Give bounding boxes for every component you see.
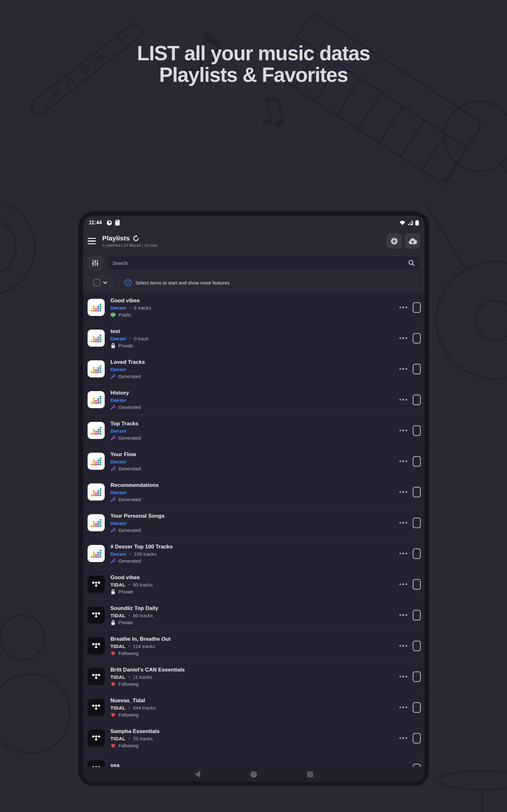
more-options-button[interactable] xyxy=(399,704,408,711)
search-input[interactable] xyxy=(113,260,408,266)
row-checkbox[interactable] xyxy=(413,456,421,466)
row-checkbox[interactable] xyxy=(413,518,421,528)
playlist-row[interactable]: Britt Daniel's CAN Essentials TIDAL 11 t… xyxy=(83,661,425,692)
more-options-button[interactable] xyxy=(399,489,408,495)
playlist-meta: Deezer xyxy=(110,428,396,434)
more-options-button[interactable] xyxy=(399,304,408,311)
add-icon xyxy=(390,237,398,245)
more-options-button[interactable] xyxy=(399,335,408,341)
playlist-row[interactable]: Good vibes Deezer 6 tracks xyxy=(83,292,425,323)
playlist-status: Generated xyxy=(110,497,396,502)
playlist-name: Nuevas_Tidal xyxy=(110,697,396,704)
provider-name-link[interactable]: Deezer xyxy=(110,551,127,557)
row-checkbox[interactable] xyxy=(413,394,421,405)
playlist-row[interactable]: sea TIDAL 26 tracks xyxy=(83,754,425,767)
playlist-info: Recommendations Deezer xyxy=(110,482,396,502)
playlist-row[interactable]: History Deezer xyxy=(83,384,425,415)
playlist-meta: TIDAL 25 tracks xyxy=(110,736,396,742)
playlist-row[interactable]: Recommendations Deezer xyxy=(83,477,425,507)
playlist-row[interactable]: Sampha Essentials TIDAL 25 tracks xyxy=(83,723,425,754)
search-icon[interactable] xyxy=(408,260,415,266)
playlist-row[interactable]: Soundiiz Top Daily TIDAL 50 tracks xyxy=(83,600,425,631)
playlist-meta: TIDAL 544 tracks xyxy=(110,705,396,711)
provider-name-link[interactable]: TIDAL xyxy=(110,643,126,649)
more-options-button[interactable] xyxy=(399,365,408,372)
more-options-button[interactable] xyxy=(399,673,408,680)
select-all-dropdown[interactable] xyxy=(88,275,113,290)
provider-name-link[interactable]: Deezer xyxy=(110,336,127,341)
provider-name-link[interactable]: Deezer xyxy=(110,367,127,372)
playlist-row[interactable]: Your Personal Songs Deezer xyxy=(83,507,425,538)
playlist-row[interactable]: Loved Tracks Deezer xyxy=(83,354,425,384)
playlist-row[interactable]: Breathe In, Breathe Out TIDAL 114 tracks xyxy=(83,631,425,661)
bullet-separator xyxy=(128,584,130,585)
back-icon[interactable] xyxy=(195,771,200,778)
playlist-name: Sampha Essentials xyxy=(110,728,396,735)
playlist-row[interactable]: # Deezer Top 100 Tracks Deezer 100 track… xyxy=(83,538,425,569)
playlist-status: Public xyxy=(110,312,396,317)
provider-name-link[interactable]: TIDAL xyxy=(110,736,126,742)
row-checkbox[interactable] xyxy=(413,764,421,767)
more-options-button[interactable] xyxy=(399,458,408,465)
row-checkbox[interactable] xyxy=(413,487,421,497)
playlist-info: Top Tracks Deezer xyxy=(110,421,396,441)
generated-wand-icon xyxy=(110,466,116,471)
provider-name-link[interactable]: TIDAL xyxy=(110,613,126,619)
playlist-name: Your Flow xyxy=(110,451,396,458)
refresh-icon[interactable] xyxy=(133,235,139,242)
status-bar: 11:44 xyxy=(83,216,425,230)
playlist-status: Private xyxy=(110,620,396,625)
row-checkbox[interactable] xyxy=(413,702,421,713)
more-options-button[interactable] xyxy=(399,427,408,434)
playlist-row[interactable]: test Deezer 0 track xyxy=(83,323,425,354)
playlist-row[interactable]: Top Tracks Deezer xyxy=(83,415,425,446)
tablet-frame: 11:44 xyxy=(79,211,429,786)
status-label: Public xyxy=(118,312,131,317)
row-checkbox[interactable] xyxy=(413,425,421,436)
cloud-upload-button[interactable] xyxy=(405,234,420,249)
provider-name-link[interactable]: Deezer xyxy=(110,490,127,495)
playlist-status: Following xyxy=(110,743,396,748)
selection-toolbar: Select items to start and show more feat… xyxy=(83,273,425,292)
playlist-list: Good vibes Deezer 6 tracks xyxy=(83,292,425,767)
playlist-row[interactable]: Good vibes TIDAL 50 tracks xyxy=(83,569,425,600)
more-options-button[interactable] xyxy=(399,581,408,588)
provider-name-link[interactable]: TIDAL xyxy=(110,705,126,711)
playlist-meta: Deezer xyxy=(110,367,396,372)
app-header: Playlists 0 selected | 23 filtered | 23 … xyxy=(83,230,425,252)
bullet-separator xyxy=(129,553,131,555)
more-options-button[interactable] xyxy=(399,519,408,526)
more-options-button[interactable] xyxy=(399,550,408,557)
playlist-name: Recommendations xyxy=(110,482,396,489)
menu-icon[interactable] xyxy=(88,237,96,246)
playlist-row[interactable]: Your Flow Deezer xyxy=(83,446,425,477)
more-options-button[interactable] xyxy=(399,642,408,649)
more-options-button[interactable] xyxy=(399,612,408,619)
provider-name-link[interactable]: Deezer xyxy=(110,520,127,526)
provider-name-link[interactable]: TIDAL xyxy=(110,674,126,680)
row-checkbox[interactable] xyxy=(413,733,421,744)
more-options-button[interactable] xyxy=(399,735,408,742)
provider-name-link[interactable]: Deezer xyxy=(110,397,127,403)
row-checkbox[interactable] xyxy=(413,548,421,559)
add-playlist-button[interactable] xyxy=(386,234,402,249)
row-checkbox[interactable] xyxy=(413,672,421,682)
row-checkbox[interactable] xyxy=(413,333,421,343)
select-all-checkbox[interactable] xyxy=(93,279,100,286)
provider-name-link[interactable]: TIDAL xyxy=(110,582,126,588)
home-icon[interactable] xyxy=(250,771,257,778)
playlist-status: Generated xyxy=(110,466,396,471)
more-options-button[interactable] xyxy=(399,396,408,403)
filter-button[interactable] xyxy=(88,255,103,270)
clock-text: 11:44 xyxy=(89,220,102,226)
recents-icon[interactable] xyxy=(307,771,313,777)
row-checkbox[interactable] xyxy=(413,610,421,620)
provider-name-link[interactable]: Deezer xyxy=(110,459,127,465)
playlist-row[interactable]: Nuevas_Tidal TIDAL 544 tracks xyxy=(83,692,425,723)
provider-name-link[interactable]: Deezer xyxy=(110,305,127,311)
provider-name-link[interactable]: Deezer xyxy=(110,428,127,434)
row-checkbox[interactable] xyxy=(413,579,421,590)
row-checkbox[interactable] xyxy=(413,364,421,374)
row-checkbox[interactable] xyxy=(413,302,421,313)
row-checkbox[interactable] xyxy=(413,641,421,651)
